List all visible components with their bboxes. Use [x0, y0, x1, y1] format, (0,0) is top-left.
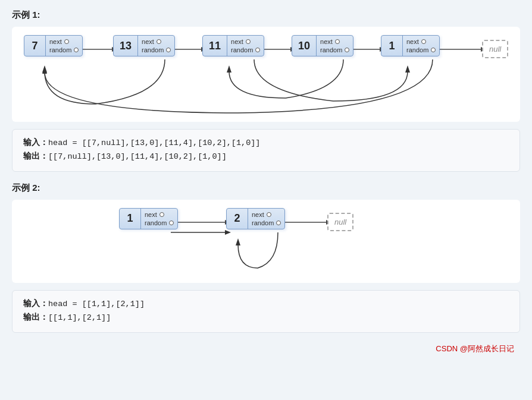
node-10-random-dot	[345, 48, 349, 52]
example2-svg	[12, 200, 369, 277]
node-10: 10 next random	[292, 35, 353, 56]
example1-input-label: 输入：	[23, 138, 48, 147]
node-7-next-label: next	[49, 38, 62, 45]
example1-code: 输入：head = [[7,null],[13,0],[11,4],[10,2]…	[12, 129, 520, 172]
watermark: CSDN @阿然成长日记	[12, 344, 520, 354]
node-13-val: 13	[114, 36, 138, 56]
example2-input-label: 输入：	[23, 300, 48, 308]
example1-output-label: 输出：	[23, 152, 48, 161]
node-11-random-dot	[255, 48, 260, 52]
node-11-next-label: next	[231, 38, 243, 45]
node2-2-random-label: random	[252, 219, 274, 226]
node2-2-next-label: next	[252, 211, 264, 218]
node-10-random-label: random	[320, 46, 342, 53]
node-13-random-dot	[166, 48, 171, 52]
svg-marker-19	[225, 230, 231, 235]
example2-diagram: 1 next random 2 next random null	[12, 200, 520, 283]
node2-1-next-label: next	[145, 211, 157, 218]
node2-1-random-label: random	[145, 219, 167, 226]
node-13-next-dot	[157, 39, 161, 44]
node-11-random-label: random	[231, 46, 253, 53]
example1-svg	[12, 27, 524, 119]
example2-code: 输入：head = [[1,1],[2,1]] 输出：[[1,1],[2,1]]	[12, 290, 520, 333]
node2-2-random-dot	[276, 221, 281, 225]
node-1-random-label: random	[406, 46, 428, 53]
node-7-random-label: random	[49, 46, 71, 53]
node-11-next-dot	[246, 39, 251, 44]
example1-output-value: [[7,null],[13,0],[11,4],[10,2],[1,0]]	[48, 152, 227, 161]
example2-title: 示例 2:	[12, 182, 520, 194]
node-13: 13 next random	[113, 35, 175, 56]
node-1-random-dot	[431, 48, 436, 52]
null-box-2: null	[327, 213, 353, 231]
node-1: 1 next random	[381, 35, 440, 56]
node-1-next-label: next	[406, 38, 419, 45]
null-box-1: null	[482, 40, 508, 58]
node-11-val: 11	[203, 36, 227, 56]
node-13-next-label: next	[142, 38, 154, 45]
node-10-val: 10	[292, 36, 317, 56]
node2-1-val: 1	[120, 209, 141, 229]
node-1-next-dot	[421, 39, 426, 44]
node-7-next-dot	[64, 39, 69, 44]
node-1-val: 1	[381, 36, 403, 56]
svg-marker-13	[42, 67, 47, 74]
node-7-random-dot	[74, 48, 79, 52]
node-7: 7 next random	[24, 35, 83, 56]
node-10-next-dot	[335, 39, 340, 44]
example2-output-value: [[1,1],[2,1]]	[48, 313, 111, 322]
node2-2: 2 next random	[226, 208, 285, 229]
node2-2-next-dot	[267, 212, 271, 217]
example2-input-value: head = [[1,1],[2,1]]	[48, 300, 145, 308]
svg-marker-20	[236, 238, 240, 245]
node-11: 11 next random	[202, 35, 264, 56]
example1-input-value: head = [[7,null],[13,0],[11,4],[10,2],[1…	[48, 138, 260, 147]
example1-title: 示例 1:	[12, 10, 520, 21]
example2-output-label: 输出：	[23, 313, 48, 322]
svg-marker-11	[405, 65, 410, 73]
node-7-val: 7	[24, 36, 46, 56]
node2-1: 1 next random	[119, 208, 178, 229]
node2-2-val: 2	[227, 209, 248, 229]
svg-marker-12	[227, 65, 231, 73]
example1-diagram: 7 next random 13 next random 11 next ran…	[12, 27, 520, 122]
node2-1-next-dot	[159, 212, 164, 217]
node-13-random-label: random	[142, 46, 164, 53]
node-10-next-label: next	[320, 38, 333, 45]
node2-1-random-dot	[169, 221, 174, 225]
